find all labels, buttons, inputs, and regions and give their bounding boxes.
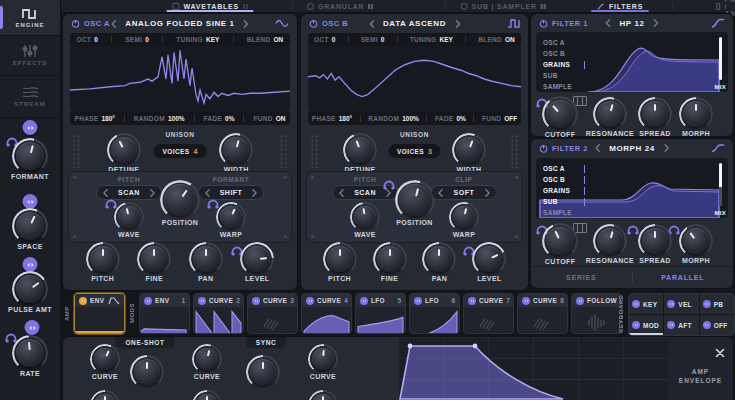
mod-drag-icon[interactable] — [703, 321, 711, 329]
routing-parallel-button[interactable]: PARALLEL — [633, 274, 734, 281]
fund-control[interactable]: FUNDON — [253, 115, 285, 122]
mod-slot-curve-2[interactable]: CURVE2 — [193, 293, 244, 334]
fade-control[interactable]: FADE0% — [204, 115, 235, 122]
tab-fm-am[interactable]: FM / AM — [716, 0, 735, 12]
source-sub[interactable]: SUB — [543, 196, 585, 207]
pan-knob[interactable]: PAN — [193, 246, 219, 272]
mod-drag-icon[interactable] — [306, 297, 314, 305]
mod-drag-icon[interactable] — [414, 297, 422, 305]
curve-knob-4[interactable] — [94, 394, 116, 400]
pitch-mode-selector[interactable]: SCAN — [96, 185, 162, 200]
curve-knob-2[interactable]: CURVE — [196, 348, 218, 370]
macro-assign-button[interactable] — [23, 194, 38, 209]
mod-drag-icon[interactable] — [632, 321, 640, 329]
level-knob[interactable]: LEVEL — [244, 246, 270, 272]
sidebar-item-engine[interactable]: ENGINE — [0, 0, 60, 36]
spread-knob[interactable]: SPREAD — [642, 101, 668, 127]
semi-control[interactable]: SEMI0 — [361, 36, 385, 43]
envelope-handle[interactable] — [408, 344, 413, 349]
source-osc-b[interactable]: OSC B — [543, 174, 585, 185]
tuning-control[interactable]: TUNINGKEY — [176, 36, 219, 43]
detune-knob[interactable]: DETUNE — [111, 137, 137, 163]
osc-b-waveform-display[interactable] — [308, 46, 521, 112]
sync-toggle[interactable]: SYNC — [246, 337, 286, 348]
mod-drag-icon[interactable] — [667, 321, 675, 329]
mod-slot-curve-3[interactable]: CURVE3 — [247, 293, 298, 334]
mod-drag-icon[interactable] — [252, 297, 260, 305]
mod-source-aft[interactable]: AFT — [664, 315, 698, 335]
curve-knob-6[interactable] — [312, 394, 334, 400]
mod-drag-icon[interactable] — [703, 300, 711, 308]
osc-b-wavetable-name[interactable]: DATA ASCEND — [383, 19, 446, 28]
amp-env-slot[interactable]: ENV — [74, 293, 125, 334]
tab-wavetables[interactable]: WAVETABLES — [172, 0, 247, 12]
next-wavetable-chevron[interactable] — [455, 20, 460, 28]
mod-source-off[interactable]: OFF — [700, 315, 734, 335]
routing-series-button[interactable]: SERIES — [531, 274, 632, 281]
filter-1-power-icon[interactable] — [539, 19, 548, 28]
filter-2-display[interactable]: OSC A OSC B GRAINS SUB SAMPLE MIX — [536, 158, 728, 218]
next-filter-chevron[interactable] — [664, 144, 669, 152]
filter-2-power-icon[interactable] — [539, 144, 548, 153]
mod-drag-icon[interactable] — [468, 297, 476, 305]
osc-pitch-knob[interactable]: PITCH — [90, 246, 116, 272]
tab-filters[interactable]: FILTERS — [597, 0, 643, 12]
curve-knob-3[interactable]: CURVE — [312, 348, 334, 370]
spread-knob[interactable]: SPREAD — [642, 228, 668, 254]
warp-knob[interactable]: WARP — [453, 206, 475, 228]
fine-knob[interactable]: FINE — [377, 246, 403, 272]
mod-slot-lfo-6[interactable]: LFO6 — [409, 293, 460, 334]
width-knob[interactable]: WIDTH — [223, 137, 249, 163]
morph-knob[interactable]: MORPH — [683, 228, 709, 254]
width-knob[interactable]: WIDTH — [456, 137, 482, 163]
source-osc-a[interactable]: OSC A — [543, 37, 585, 48]
filter-1-display[interactable]: OSC A OSC B GRAINS SUB SAMPLE MIX — [536, 32, 728, 92]
osc-a-wavetable-name[interactable]: ANALOG FOLDED SINE 1 — [125, 19, 234, 28]
position-knob[interactable]: POSITION — [399, 184, 431, 216]
mod-drag-icon[interactable] — [198, 297, 206, 305]
wave-knob[interactable]: WAVE — [118, 206, 140, 228]
mod-drag-icon[interactable] — [632, 300, 640, 308]
prev-wavetable-chevron[interactable] — [111, 20, 116, 28]
mod-source-vel[interactable]: VEL — [664, 294, 698, 314]
source-sample[interactable]: SAMPLE — [543, 81, 585, 92]
random-control[interactable]: RANDOM100% — [368, 115, 419, 122]
tuning-control[interactable]: TUNINGKEY — [410, 36, 453, 43]
warp-knob[interactable]: WARP — [220, 206, 242, 228]
pulse-amt-knob[interactable]: PULSE AMT — [16, 275, 44, 303]
mod-source-mod[interactable]: MOD — [629, 315, 663, 335]
filter-2-mix-slider[interactable] — [719, 163, 722, 206]
phase-control[interactable]: PHASE180° — [75, 115, 115, 122]
wave-knob[interactable]: WAVE — [354, 206, 376, 228]
space-knob[interactable]: SPACE — [16, 212, 44, 240]
voices-control[interactable]: VOICES3 — [388, 144, 441, 158]
prev-filter-chevron[interactable] — [595, 144, 600, 152]
pan-knob[interactable]: PAN — [426, 246, 452, 272]
prev-wavetable-chevron[interactable] — [369, 20, 374, 28]
osc-pitch-knob[interactable]: PITCH — [327, 246, 353, 272]
envelope-graph[interactable] — [398, 337, 668, 400]
level-knob[interactable]: LEVEL — [476, 246, 502, 272]
mod-slot-curve-8[interactable]: CURVE8 — [517, 293, 568, 334]
source-grains[interactable]: GRAINS — [543, 59, 585, 70]
random-control[interactable]: RANDOM100% — [134, 115, 185, 122]
one-shot-toggle[interactable]: ONE-SHOT — [115, 337, 174, 348]
mod-drag-icon[interactable] — [667, 300, 675, 308]
fade-control[interactable]: FADE0% — [435, 115, 466, 122]
prev-filter-chevron[interactable] — [605, 19, 610, 27]
formant-knob[interactable]: FORMANT — [16, 142, 44, 170]
mod-slot-lfo-5[interactable]: LFO5 — [355, 293, 406, 334]
source-grains[interactable]: GRAINS — [543, 185, 585, 196]
tab-sub-sampler[interactable]: SUB | SAMPLER — [461, 0, 546, 12]
next-wavetable-chevron[interactable] — [244, 20, 249, 28]
rate-knob[interactable]: RATE — [16, 339, 44, 367]
morph-knob[interactable]: MORPH — [683, 101, 709, 127]
next-filter-chevron[interactable] — [654, 19, 659, 27]
source-sample[interactable]: SAMPLE — [543, 207, 585, 218]
mod-slot-curve-7[interactable]: CURVE7 — [463, 293, 514, 334]
fund-control[interactable]: FUNDOFF — [482, 115, 517, 122]
blend-control[interactable]: BLENDON — [478, 36, 515, 43]
phase-control[interactable]: PHASE180° — [312, 115, 352, 122]
osc-a-power-icon[interactable] — [71, 19, 80, 28]
curve-knob-5[interactable] — [196, 394, 218, 400]
